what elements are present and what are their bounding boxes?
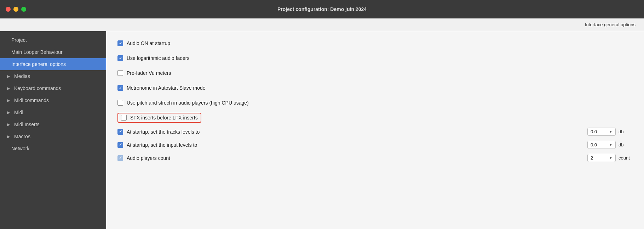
- chevron-right-icon: ▶: [7, 110, 11, 115]
- checkbox-metronome-autostart[interactable]: [117, 85, 123, 91]
- sidebar-item-interface-general[interactable]: Interface general options: [0, 58, 106, 70]
- sidebar-item-label: Midi Inserts: [14, 122, 40, 127]
- content-area: Audio ON at startupUse logarithmic audio…: [106, 31, 644, 229]
- option-row-log-audio-faders: Use logarithmic audio faders: [117, 53, 633, 63]
- dropdown-tracks-level[interactable]: 0.0▼: [587, 128, 616, 136]
- sidebar: ProjectMain Looper BehaviourInterface ge…: [0, 31, 106, 229]
- unit-label-input-level: db: [619, 142, 633, 147]
- checkbox-sfx-before-lfx[interactable]: [121, 115, 127, 121]
- dropdown-audio-players-count[interactable]: 2▼: [587, 154, 616, 162]
- chevron-right-icon: ▶: [7, 122, 11, 127]
- sidebar-item-label: Midi: [14, 110, 23, 115]
- checkbox-audio-on-startup[interactable]: [117, 40, 123, 46]
- sidebar-item-main-looper[interactable]: Main Looper Behaviour: [0, 46, 106, 58]
- option-row-audio-on-startup: Audio ON at startup: [117, 38, 633, 48]
- chevron-right-icon: ▶: [7, 134, 11, 139]
- sidebar-item-macros[interactable]: ▶Macros: [0, 130, 106, 143]
- sidebar-item-project[interactable]: Project: [0, 34, 106, 46]
- title-bar: Project configuration: Demo juin 2024: [0, 0, 644, 18]
- checkbox-input-level[interactable]: [117, 142, 123, 148]
- option-row-pitch-stretch: Use pitch and strech in audio players (h…: [117, 98, 633, 108]
- option-label-pitch-stretch: Use pitch and strech in audio players (h…: [127, 100, 249, 106]
- window-title: Project configuration: Demo juin 2024: [277, 6, 367, 12]
- option-label-log-audio-faders: Use logarithmic audio faders: [127, 55, 189, 61]
- sidebar-item-label: Keyboard commands: [14, 85, 61, 91]
- checkbox-pre-fader-vu[interactable]: [117, 70, 123, 76]
- sidebar-item-network[interactable]: Network: [0, 143, 106, 155]
- sidebar-item-label: Macros: [14, 134, 30, 139]
- option-label-metronome-autostart: Metronome in Autostart Slave mode: [127, 85, 206, 91]
- chevron-down-icon: ▼: [609, 143, 613, 147]
- chevron-right-icon: ▶: [7, 74, 11, 79]
- sidebar-item-label: Midi commands: [14, 97, 49, 103]
- chevron-down-icon: ▼: [609, 130, 613, 134]
- unit-label-audio-players-count: count: [619, 155, 633, 161]
- chevron-down-icon: ▼: [609, 156, 613, 160]
- dropdown-value-input-level: 0.0: [591, 142, 597, 147]
- sidebar-item-label: Network: [11, 146, 29, 151]
- option-label-tracks-level: At startup, set the tracks levels to: [127, 129, 585, 135]
- sidebar-item-label: Medias: [14, 73, 30, 79]
- subtitle-bar: Interface general options: [0, 18, 644, 31]
- maximize-button[interactable]: [21, 7, 26, 12]
- window-controls: [6, 7, 26, 12]
- option-label-audio-on-startup: Audio ON at startup: [127, 40, 170, 46]
- unit-label-tracks-level: db: [619, 129, 633, 134]
- sidebar-item-label: Interface general options: [11, 61, 66, 67]
- close-button[interactable]: [6, 7, 11, 12]
- option-label-sfx-before-lfx: SFX inserts before LFX inserts: [130, 115, 198, 121]
- option-row-metronome-autostart: Metronome in Autostart Slave mode: [117, 83, 633, 93]
- option-row-audio-players-count: Audio players count2▼count: [117, 154, 633, 162]
- checkbox-pitch-stretch[interactable]: [117, 100, 123, 106]
- option-row-input-level: At startup, set the input levels to0.0▼d…: [117, 141, 633, 149]
- dropdown-value-audio-players-count: 2: [591, 155, 593, 161]
- sidebar-item-label: Project: [11, 37, 27, 43]
- chevron-right-icon: ▶: [7, 86, 11, 91]
- option-label-audio-players-count: Audio players count: [127, 155, 585, 161]
- dropdown-value-tracks-level: 0.0: [591, 129, 597, 134]
- sidebar-item-midi[interactable]: ▶Midi: [0, 106, 106, 118]
- sidebar-item-keyboard-commands[interactable]: ▶Keyboard commands: [0, 82, 106, 94]
- checkbox-tracks-level[interactable]: [117, 129, 123, 135]
- option-label-pre-fader-vu: Pre-fader Vu meters: [127, 70, 171, 76]
- subtitle-text: Interface general options: [585, 22, 636, 27]
- sidebar-item-midi-commands[interactable]: ▶Midi commands: [0, 94, 106, 106]
- chevron-right-icon: ▶: [7, 98, 11, 103]
- option-row-tracks-level: At startup, set the tracks levels to0.0▼…: [117, 128, 633, 136]
- sidebar-item-medias[interactable]: ▶Medias: [0, 70, 106, 82]
- option-row-sfx-before-lfx: SFX inserts before LFX inserts: [117, 113, 201, 123]
- sidebar-item-label: Main Looper Behaviour: [11, 49, 63, 55]
- checkbox-audio-players-count[interactable]: [117, 155, 123, 161]
- checkbox-log-audio-faders[interactable]: [117, 55, 123, 61]
- main-layout: ProjectMain Looper BehaviourInterface ge…: [0, 31, 644, 229]
- dropdown-input-level[interactable]: 0.0▼: [587, 141, 616, 149]
- option-row-pre-fader-vu: Pre-fader Vu meters: [117, 68, 633, 78]
- minimize-button[interactable]: [13, 7, 18, 12]
- option-label-input-level: At startup, set the input levels to: [127, 142, 585, 148]
- sidebar-item-midi-inserts[interactable]: ▶Midi Inserts: [0, 118, 106, 130]
